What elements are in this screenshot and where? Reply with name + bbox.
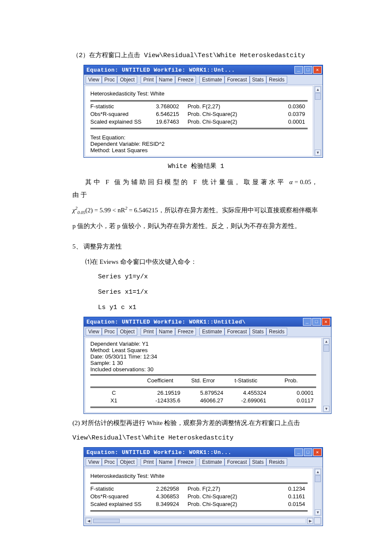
- tbtn-forecast[interactable]: Forecast: [225, 458, 250, 466]
- info-line: Date: 05/30/11 Time: 12:34: [90, 353, 316, 360]
- tbtn-print[interactable]: Print: [141, 76, 156, 84]
- white-test-table: F-statistic2.262958Prob. F(2,27)0.1234 O…: [90, 486, 308, 509]
- scroll-up-icon[interactable]: ▲: [315, 469, 321, 475]
- caption-white-result-1: White 检验结果 1: [72, 160, 320, 173]
- scroll-thumb[interactable]: [315, 93, 321, 100]
- window-title: Equation: UNTITLED Workfile: WORK1::Unti…: [86, 319, 246, 325]
- resize-grip-icon[interactable]: [314, 517, 321, 524]
- maximize-icon[interactable]: □: [304, 66, 312, 74]
- tbtn-freeze[interactable]: Freeze: [175, 328, 196, 335]
- eviews-toolbar: View Proc Object Print Name Freeze Estim…: [84, 327, 331, 337]
- tbtn-object[interactable]: Object: [117, 328, 137, 335]
- table-header: Coefficient Std. Error t-Statistic Prob.: [90, 377, 316, 385]
- tbtn-print[interactable]: Print: [141, 458, 156, 466]
- eviews-toolbar: View Proc Object Print Name Freeze Estim…: [84, 75, 323, 85]
- minimize-icon[interactable]: _: [294, 448, 303, 456]
- tbtn-stats[interactable]: Stats: [250, 76, 266, 84]
- eviews-window-white-test-1: Equation: UNTITLED Workfile: WORK1::Unt.…: [84, 65, 323, 158]
- close-icon[interactable]: ✕: [313, 448, 322, 456]
- minimize-icon[interactable]: _: [294, 66, 303, 74]
- tbtn-view[interactable]: View: [86, 328, 102, 335]
- tbtn-forecast[interactable]: Forecast: [225, 76, 250, 84]
- regression-rows: C26.195195.8795244.4553240.0001 X1-12433…: [90, 390, 316, 405]
- command-line: Series x1=1/x: [72, 286, 320, 299]
- tbtn-object[interactable]: Object: [117, 458, 137, 466]
- dep-var-line: Dependent Variable: RESID^2: [90, 141, 308, 147]
- tbtn-name[interactable]: Name: [156, 458, 175, 466]
- tbtn-estimate[interactable]: Estimate: [199, 458, 225, 466]
- window-title: Equation: UNTITLED Workfile: WORK1::Unt.…: [86, 67, 235, 73]
- scrollbar-horizontal[interactable]: ◀ ▶: [85, 517, 322, 525]
- table-row: C26.195195.8795244.4553240.0001: [90, 390, 316, 397]
- white-test-table: F-statistic3.768002Prob. F(2,27)0.0360 O…: [90, 103, 308, 126]
- info-line: Method: Least Squares: [90, 347, 316, 353]
- tbtn-resids[interactable]: Resids: [266, 458, 287, 466]
- table-row: Obs*R-squared4.306853Prob. Chi-Square(2)…: [90, 493, 308, 501]
- table-row: Scaled explained SS8.349924Prob. Chi-Squ…: [90, 501, 308, 509]
- table-row: Scaled explained SS19.67463Prob. Chi-Squ…: [90, 119, 308, 126]
- command-line: Ls y1 c x1: [72, 301, 320, 314]
- tbtn-proc[interactable]: Proc: [102, 76, 118, 84]
- scroll-up-icon[interactable]: ▲: [323, 338, 329, 344]
- section-5-2b: View\Residual\Test\White Heteroskedastci…: [72, 432, 320, 445]
- tbtn-estimate[interactable]: Estimate: [199, 76, 225, 84]
- tbtn-stats[interactable]: Stats: [250, 328, 266, 335]
- tbtn-name[interactable]: Name: [156, 328, 175, 335]
- tbtn-print[interactable]: Print: [141, 328, 156, 335]
- maximize-icon[interactable]: □: [312, 318, 321, 326]
- eviews-window-regression: Equation: UNTITLED Workfile: WORK1::Unti…: [84, 317, 331, 414]
- eviews-window-white-test-2: Equation: UNTITLED Workfile: WORK1::Un..…: [84, 447, 323, 526]
- method-line: Method: Least Squares: [90, 147, 308, 153]
- tbtn-resids[interactable]: Resids: [266, 328, 287, 335]
- tbtn-proc[interactable]: Proc: [102, 328, 118, 335]
- info-line: Dependent Variable: Y1: [90, 341, 316, 347]
- scroll-right-icon[interactable]: ▶: [307, 518, 313, 524]
- maximize-icon[interactable]: □: [304, 448, 312, 456]
- scroll-thumb[interactable]: [323, 345, 329, 352]
- scroll-thumb[interactable]: [315, 475, 321, 482]
- scrollbar-vertical[interactable]: ▲ ▼: [323, 338, 330, 413]
- tbtn-proc[interactable]: Proc: [102, 458, 118, 466]
- tbtn-stats[interactable]: Stats: [250, 458, 266, 466]
- window-title: Equation: UNTITLED Workfile: WORK1::Un..…: [86, 449, 231, 456]
- tbtn-name[interactable]: Name: [156, 76, 175, 84]
- explanation-para-3: p 值的大小，若 p 值较小，则认为存在异方差性。反之，则认为不存在异方差性。: [72, 220, 320, 232]
- tbtn-freeze[interactable]: Freeze: [175, 76, 196, 84]
- table-row: Obs*R-squared6.546215Prob. Chi-Square(2)…: [90, 111, 308, 119]
- regression-table: Coefficient Std. Error t-Statistic Prob.: [90, 377, 316, 385]
- minimize-icon[interactable]: _: [303, 318, 311, 326]
- tbtn-object[interactable]: Object: [117, 76, 137, 84]
- scroll-down-icon[interactable]: ▼: [323, 406, 329, 412]
- eviews-toolbar: View Proc Object Print Name Freeze Estim…: [84, 457, 323, 467]
- table-row: F-statistic3.768002Prob. F(2,27)0.0360: [90, 103, 308, 111]
- table-row: X1-124335.646066.27-2.6990610.0117: [90, 397, 316, 405]
- scrollbar-vertical[interactable]: ▲ ▼: [314, 468, 322, 516]
- tbtn-estimate[interactable]: Estimate: [199, 328, 225, 335]
- scrollbar-vertical[interactable]: ▲ ▼: [314, 86, 322, 156]
- tbtn-view[interactable]: View: [86, 76, 102, 84]
- white-test-heading: Heteroskedasticity Test: White: [90, 89, 308, 98]
- scroll-thumb[interactable]: [93, 519, 120, 523]
- explanation-para-1: 其中 F 值为辅助回归模型的 F 统计量值。取显著水平 α = 0.05，由于: [72, 176, 320, 201]
- section-5-title: 5、 调整异方差性: [72, 240, 320, 253]
- white-test-heading: Heteroskedasticity Test: White: [90, 471, 308, 481]
- tbtn-view[interactable]: View: [86, 458, 102, 466]
- section-5-1: ⑴在 Eviews 命令窗口中依次键入命令：: [72, 255, 320, 268]
- info-line: Included observations: 30: [90, 366, 316, 373]
- scroll-down-icon[interactable]: ▼: [315, 509, 321, 515]
- scroll-left-icon[interactable]: ◀: [86, 518, 92, 524]
- section-5-2a: (2) 对所估计的模型再进行 White 检验，观察异方差的调整情况.在方程窗口…: [72, 416, 320, 429]
- info-line: Sample: 1 30: [90, 360, 316, 366]
- tbtn-resids[interactable]: Resids: [266, 76, 287, 84]
- tbtn-forecast[interactable]: Forecast: [225, 328, 250, 335]
- scroll-down-icon[interactable]: ▼: [315, 150, 321, 156]
- command-line: Series y1=y/x: [72, 271, 320, 283]
- close-icon[interactable]: ✕: [313, 66, 322, 74]
- tbtn-freeze[interactable]: Freeze: [175, 458, 196, 466]
- test-equation-line: Test Equation:: [90, 134, 308, 141]
- explanation-para-2: χ20.05(2) = 5.99 < nR2 = 6.546215，所以存在异方…: [72, 204, 320, 217]
- close-icon[interactable]: ✕: [322, 318, 330, 326]
- table-row: F-statistic2.262958Prob. F(2,27)0.1234: [90, 486, 308, 493]
- step-2-instruction: （2）在方程窗口上点击 View\Residual\Test\White Het…: [72, 49, 320, 62]
- scroll-up-icon[interactable]: ▲: [315, 87, 321, 92]
